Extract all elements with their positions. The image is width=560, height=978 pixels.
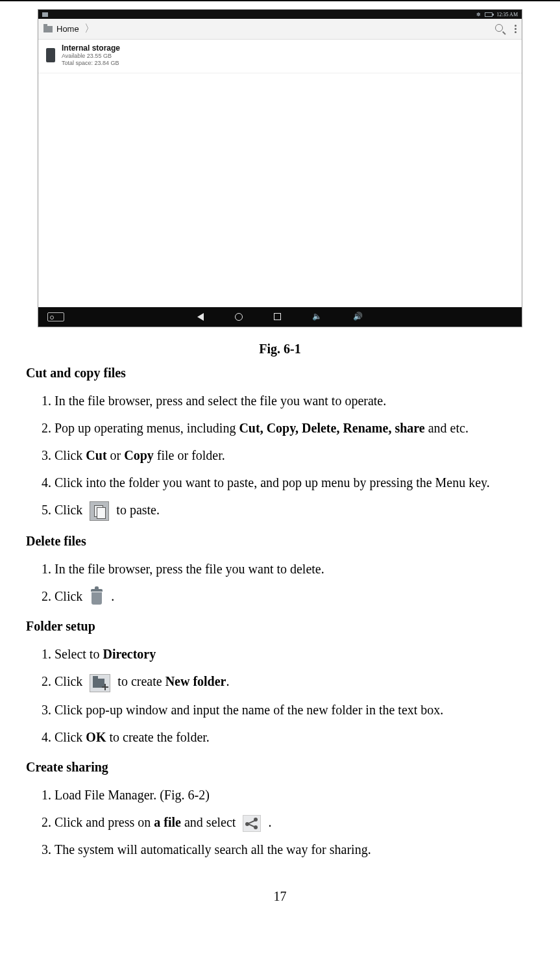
search-icon[interactable] [495, 24, 505, 34]
text: . [226, 674, 229, 688]
text: Select to [55, 647, 103, 661]
file-list-empty-area [38, 73, 522, 307]
screenshot-thumb-icon[interactable] [47, 312, 64, 321]
step-del-2: Click . [55, 583, 534, 610]
text: . [268, 815, 271, 829]
document-page: ✽ 12:35 AM Home 〉 [0, 0, 560, 930]
clock-text: 12:35 AM [496, 12, 518, 18]
volume-up-icon[interactable]: 🔊 [353, 312, 363, 321]
bold-text: OK [86, 730, 106, 744]
step-cc-2: Pop up operating menus, including Cut, C… [55, 414, 534, 442]
step-cc-1: In the file browser, press and select th… [55, 387, 534, 414]
figure-6-1: ✽ 12:35 AM Home 〉 [38, 9, 522, 357]
step-fld-3: Click pop-up window and input the name o… [55, 696, 534, 723]
trash-icon [90, 589, 104, 606]
home-folder-icon [43, 26, 53, 32]
bold-text: Copy [124, 448, 154, 462]
step-cc-3: Click Cut or Copy file or folder. [55, 442, 534, 469]
step-sh-1: Load File Manager. (Fig. 6-2) [55, 781, 534, 809]
steps-sharing: Load File Manager. (Fig. 6-2) Click and … [26, 781, 534, 863]
step-cc-5: Click to paste. [55, 496, 534, 525]
text: . [111, 589, 114, 603]
volume-down-icon[interactable]: 🔈 [312, 312, 322, 321]
new-folder-icon [90, 674, 110, 692]
heading-folder: Folder setup [26, 619, 534, 634]
device-frame: ✽ 12:35 AM Home 〉 [38, 9, 522, 327]
step-fld-2: Click to create New folder. [55, 668, 534, 696]
storage-texts: Internal storage Available 23.55 GB Tota… [62, 44, 120, 68]
chevron-right-icon: 〉 [84, 22, 95, 36]
text: Click [55, 589, 86, 603]
storage-device-icon [46, 48, 55, 62]
steps-delete: In the file browser, press the file you … [26, 555, 534, 610]
step-sh-3: The system will automatically search all… [55, 836, 534, 863]
bluetooth-icon: ✽ [476, 12, 481, 18]
paste-icon [90, 501, 109, 521]
step-cc-4: Click into the folder you want to paste,… [55, 469, 534, 496]
text: Click and press on [55, 815, 154, 829]
text: Click [55, 730, 86, 744]
figure-caption: Fig. 6-1 [38, 342, 522, 357]
step-sh-2: Click and press on a file and select . [55, 809, 534, 836]
storage-item[interactable]: Internal storage Available 23.55 GB Tota… [38, 40, 522, 73]
appbar-actions [495, 23, 517, 34]
notification-icon [42, 12, 48, 17]
app-bar: Home 〉 [38, 19, 522, 40]
text: and select [181, 815, 239, 829]
heading-sharing: Create sharing [26, 760, 534, 775]
overflow-menu-icon[interactable] [515, 23, 517, 34]
storage-total: Total space: 23.84 GB [62, 60, 120, 67]
text: or [107, 448, 125, 462]
storage-title: Internal storage [62, 44, 120, 53]
page-number: 17 [26, 889, 534, 904]
nav-buttons: 🔈 🔊 [64, 312, 496, 321]
home-icon[interactable] [235, 313, 243, 321]
text: to create [117, 674, 165, 688]
text: Click [55, 503, 86, 517]
share-icon [243, 815, 261, 832]
text: to create the folder. [106, 730, 209, 744]
step-del-1: In the file browser, press the file you … [55, 555, 534, 583]
step-fld-4: Click OK to create the folder. [55, 723, 534, 751]
bold-text: a file [154, 815, 181, 829]
recents-icon[interactable] [274, 313, 281, 320]
text: to paste. [116, 503, 160, 517]
back-icon[interactable] [197, 313, 204, 321]
status-right-cluster: ✽ 12:35 AM [476, 12, 518, 18]
text: Click [55, 674, 86, 688]
step-fld-1: Select to Directory [55, 640, 534, 668]
breadcrumb-home-label: Home [56, 24, 79, 34]
heading-delete: Delete files [26, 534, 534, 549]
text: and etc. [425, 421, 469, 435]
android-nav-bar: 🔈 🔊 [38, 307, 522, 327]
bold-text: Directory [103, 647, 156, 661]
bold-text: Cut, Copy, Delete, Rename, share [239, 421, 424, 435]
text: Pop up operating menus, including [55, 421, 239, 435]
breadcrumb[interactable]: Home 〉 [43, 22, 95, 36]
storage-available: Available 23.55 GB [62, 53, 120, 60]
steps-folder: Select to Directory Click to create New … [26, 640, 534, 750]
text: Click [55, 448, 86, 462]
battery-icon [485, 12, 493, 17]
heading-cut-copy: Cut and copy files [26, 366, 534, 381]
text: file or folder. [154, 448, 225, 462]
steps-cut-copy: In the file browser, press and select th… [26, 387, 534, 525]
android-status-bar: ✽ 12:35 AM [38, 10, 522, 19]
bold-text: Cut [86, 448, 106, 462]
bold-text: New folder [165, 674, 226, 688]
